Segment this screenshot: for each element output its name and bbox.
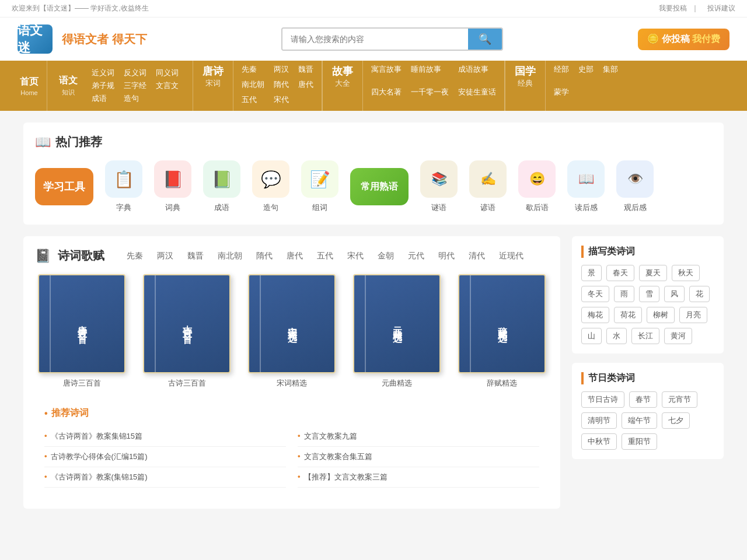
poetry-section: 📓 诗词歌赋 先秦 两汉 魏晋 南北朝 隋代 唐代 五代 宋代 金朝 元代 明代…: [23, 236, 560, 509]
dynasty-jin[interactable]: 金朝: [374, 250, 397, 262]
rec-item[interactable]: 【推荐】文言文教案三篇: [298, 467, 539, 488]
rec-item[interactable]: 文言文教案九篇: [298, 426, 539, 447]
tag-dongtian[interactable]: 冬天: [581, 286, 609, 302]
tool-zuci[interactable]: 📝 组词: [301, 160, 338, 213]
tag-changjiang[interactable]: 长江: [631, 328, 659, 344]
nav-sub-fanyici[interactable]: 反义词: [124, 68, 146, 78]
nav-sub-lianghan[interactable]: 两汉: [274, 64, 289, 77]
rec-item[interactable]: 文言文教案合集五篇: [298, 447, 539, 467]
tag-qixi[interactable]: 七夕: [662, 412, 690, 429]
tag-zhongqiu[interactable]: 中秋节: [581, 433, 617, 450]
book-tangshi[interactable]: 唐诗三百首 唐诗三百首: [35, 274, 128, 388]
nav-sub-jibu[interactable]: 集部: [603, 64, 618, 85]
tag-duanwu[interactable]: 端午节: [622, 412, 657, 429]
tool-xiehouyu[interactable]: 😄 歇后语: [518, 160, 556, 213]
nav-sub-tongyici[interactable]: 同义词: [156, 68, 179, 78]
tag-shui[interactable]: 水: [606, 328, 627, 344]
nav-home[interactable]: 首页 Home: [12, 61, 47, 111]
tag-jieriqushi[interactable]: 节日古诗: [581, 391, 624, 408]
nav-sub-shibu[interactable]: 史部: [578, 64, 594, 85]
tag-qiutian[interactable]: 秋天: [672, 265, 700, 281]
festival-title: 节日类诗词: [581, 372, 714, 384]
tool-duhougan[interactable]: 📖 读后感: [567, 160, 605, 213]
tag-feng[interactable]: 风: [664, 286, 685, 302]
tag-yuanxiao[interactable]: 元宵节: [662, 391, 697, 408]
nav-sub-nanbei[interactable]: 南北朝: [242, 79, 264, 92]
tag-yu[interactable]: 雨: [614, 286, 634, 302]
dynasty-weijin[interactable]: 魏晋: [184, 250, 207, 262]
tag-hehua[interactable]: 荷花: [614, 307, 642, 323]
tool-main[interactable]: 学习工具: [35, 168, 93, 205]
nav-sub-wudai[interactable]: 五代: [242, 94, 264, 107]
rec-item[interactable]: 《古诗两首》教案集锦15篇: [44, 426, 286, 447]
nav-tangshi[interactable]: 唐诗 宋词: [193, 61, 233, 111]
tag-liushu[interactable]: 柳树: [647, 307, 675, 323]
nav-sub-sanzijing[interactable]: 三字经: [124, 80, 146, 91]
dynasty-tang[interactable]: 唐代: [283, 250, 306, 262]
tag-shan[interactable]: 山: [581, 328, 602, 344]
dynasty-xianqin[interactable]: 先秦: [123, 250, 146, 262]
tag-qingming[interactable]: 清明节: [581, 412, 617, 429]
tag-jing[interactable]: 景: [581, 265, 602, 281]
nav-guoxue[interactable]: 国学 经典: [505, 61, 546, 111]
nav-sub-suidai[interactable]: 隋代: [274, 79, 289, 92]
nav-sub-yuyan[interactable]: 寓言故事: [371, 64, 402, 85]
book-yuanqu[interactable]: 元曲精选 元曲精选: [350, 274, 444, 388]
nav-sub-tangdai[interactable]: 唐代: [298, 79, 313, 92]
dynasty-sui[interactable]: 隋代: [253, 250, 276, 262]
dynasty-song[interactable]: 宋代: [344, 250, 367, 262]
nav-sub-wenyanwen[interactable]: 文言文: [156, 80, 179, 91]
nav-sub-songdai[interactable]: 宋代: [274, 94, 289, 107]
tag-meihua[interactable]: 梅花: [581, 307, 609, 323]
tag-hua[interactable]: 花: [689, 286, 710, 302]
rec-item[interactable]: 《古诗两首》教案(集锦15篇): [44, 467, 286, 488]
tool-yanyu[interactable]: ✍️ 谚语: [469, 160, 507, 213]
search-input[interactable]: [282, 29, 468, 50]
rec-item[interactable]: 古诗教学心得体会(汇编15篇): [44, 447, 286, 467]
nav-sub-simingzhu[interactable]: 四大名著: [371, 87, 402, 107]
nav-sub-dizigui[interactable]: 弟子规: [92, 80, 114, 91]
nav-sub-jingbu[interactable]: 经部: [554, 64, 569, 85]
tool-zidian[interactable]: 📋 字典: [105, 160, 142, 213]
tag-chunjie[interactable]: 春节: [629, 391, 657, 408]
nav-sub-andesen[interactable]: 安徒生童话: [458, 87, 496, 107]
nav-sub-xianqin[interactable]: 先秦: [242, 64, 264, 77]
submit-link[interactable]: 我要投稿: [659, 4, 687, 12]
nav-sub-1001[interactable]: 一千零一夜: [411, 87, 449, 107]
tool-miyu[interactable]: 📚 谜语: [420, 160, 458, 213]
dynasty-modern[interactable]: 近现代: [495, 250, 527, 262]
nav-yuwen[interactable]: 语文 知识: [53, 75, 83, 97]
tag-xue[interactable]: 雪: [639, 286, 659, 302]
tag-chuntian[interactable]: 春天: [606, 265, 634, 281]
tool-chengyu[interactable]: 📗 成语: [203, 160, 240, 213]
dynasty-qing[interactable]: 清代: [465, 250, 488, 262]
nav-sub-chengyu[interactable]: 成语: [92, 93, 114, 104]
tag-xiatian[interactable]: 夏天: [639, 265, 667, 281]
nav-gushi[interactable]: 故事 大全: [322, 61, 363, 111]
tool-zaoju[interactable]: 💬 造句: [252, 160, 289, 213]
tool-cidian[interactable]: 📕 词典: [154, 160, 191, 213]
tag-yueliang[interactable]: 月亮: [679, 307, 707, 323]
dynasty-wudai[interactable]: 五代: [313, 250, 337, 262]
tag-chongyang[interactable]: 重阳节: [622, 433, 657, 450]
dynasty-lianghan[interactable]: 两汉: [153, 250, 177, 262]
nav-sub-chengyu2[interactable]: 成语故事: [458, 64, 496, 85]
search-button[interactable]: 🔍: [468, 29, 502, 50]
nav-sub-shuiqian[interactable]: 睡前故事: [411, 64, 449, 85]
tag-huanghe[interactable]: 黄河: [664, 328, 692, 344]
book-gushi[interactable]: 古诗三百首 古诗三百首: [140, 274, 233, 388]
nav-sub-mengxue[interactable]: 蒙学: [554, 87, 569, 107]
book-cifu[interactable]: 辞赋精选 辞赋精选: [455, 274, 549, 388]
tool-guanhougan[interactable]: 👁️ 观后感: [616, 160, 654, 213]
tool-changyong[interactable]: 常用熟语: [350, 168, 409, 205]
nav-sub-weijin[interactable]: 魏晋: [298, 64, 313, 77]
nav-sub-zaoju[interactable]: 造句: [124, 93, 146, 104]
dynasty-nanbei[interactable]: 南北朝: [214, 250, 246, 262]
book-songci[interactable]: 宋词精选 宋词精选: [245, 274, 338, 388]
feedback-link[interactable]: 投诉建议: [707, 4, 735, 12]
nav-sub-jinyici[interactable]: 近义词: [92, 68, 114, 78]
recommend-section: • 推荐诗词 《古诗两首》教案集锦15篇 古诗教学心得体会(汇编15篇) 《古诗…: [35, 398, 549, 497]
promo-image[interactable]: 🪙 你投稿 我付费: [638, 29, 729, 50]
dynasty-yuan[interactable]: 元代: [404, 250, 428, 262]
dynasty-ming[interactable]: 明代: [435, 250, 458, 262]
